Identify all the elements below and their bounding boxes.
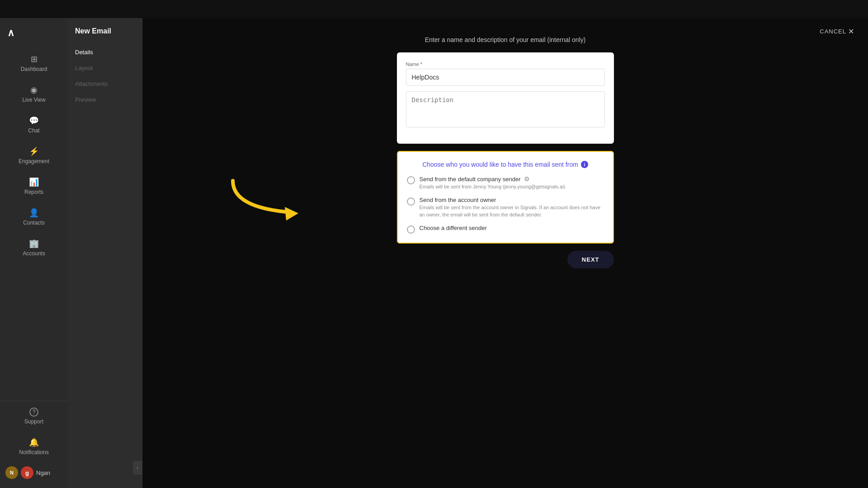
description-group (406, 91, 605, 129)
sender-option-default-content: Send from the default company sender ⚙ E… (420, 175, 566, 190)
name-input[interactable] (406, 69, 605, 86)
form-container: Enter a name and description of your ema… (397, 36, 614, 268)
sidebar-item-reports[interactable]: 📊 Reports (0, 171, 68, 202)
sender-option-account-owner-sublabel: Emails will be sent from the account own… (420, 204, 604, 218)
radio-account-owner[interactable] (407, 197, 415, 206)
reports-icon: 📊 (29, 177, 39, 187)
radio-default[interactable] (407, 176, 415, 184)
sidebar-item-contacts[interactable]: 👤 Contacts (0, 202, 68, 232)
step-attachments[interactable]: Attachments (68, 76, 142, 92)
step-layout[interactable]: Layout (68, 60, 142, 76)
sidebar-bottom: ? Support 🔔 Notifications N g Ngan (0, 401, 68, 483)
info-icon: i (581, 161, 588, 168)
chat-icon: 💬 (29, 116, 39, 126)
gear-icon: ⚙ (524, 175, 530, 183)
dashboard-icon: ⊞ (31, 54, 38, 64)
company-avatar: g (21, 466, 33, 479)
name-group: Name * (406, 61, 605, 86)
support-icon: ? (29, 408, 38, 417)
arrow-annotation (219, 172, 310, 228)
cancel-button[interactable]: CANCEL ✕ (820, 27, 854, 36)
step-preview[interactable]: Preview (68, 92, 142, 108)
user-name: Ngan (36, 469, 50, 476)
sender-option-different-content: Choose a different sender (420, 225, 487, 231)
sidebar-item-accounts[interactable]: 🏢 Accounts (0, 232, 68, 263)
sidebar: ∧ ⊞ Dashboard ◉ Live View 💬 Chat ⚡ Engag… (0, 18, 68, 488)
sidebar-item-chat[interactable]: 💬 Chat (0, 109, 68, 140)
new-email-sidebar: New Email Details Layout Attachments Pre… (68, 18, 142, 488)
sidebar-item-engagement[interactable]: ⚡ Engagement (0, 140, 68, 171)
sender-option-default[interactable]: Send from the default company sender ⚙ E… (407, 175, 604, 190)
sidebar-item-dashboard[interactable]: ⊞ Dashboard (0, 48, 68, 79)
collapse-sidebar-button[interactable]: ‹ (133, 461, 142, 474)
sender-selection-card: Choose who you would like to have this e… (397, 151, 614, 244)
sidebar-item-notifications[interactable]: 🔔 Notifications (0, 431, 68, 462)
sender-option-account-owner-content: Send from the account owner Emails will … (420, 197, 604, 218)
user-profile[interactable]: N g Ngan (0, 462, 68, 483)
sender-option-default-sublabel: Emails will be sent from Jenny Young (je… (420, 183, 566, 190)
sender-card-title: Choose who you would like to have this e… (407, 161, 604, 168)
live-view-icon: ◉ (30, 85, 38, 95)
top-bar (0, 0, 868, 18)
svg-marker-0 (285, 207, 298, 221)
notifications-icon: 🔔 (29, 437, 39, 447)
description-input[interactable] (406, 91, 605, 127)
main-content: CANCEL ✕ Enter a name and description of… (142, 18, 868, 488)
name-label: Name * (406, 61, 605, 67)
contacts-icon: 👤 (29, 208, 39, 218)
sidebar-item-live-view[interactable]: ◉ Live View (0, 79, 68, 109)
accounts-icon: 🏢 (29, 239, 39, 249)
radio-different[interactable] (407, 225, 415, 234)
new-email-title: New Email (68, 18, 142, 44)
sidebar-item-support[interactable]: ? Support (0, 401, 68, 431)
logo: ∧ (0, 23, 68, 48)
sender-option-account-owner[interactable]: Send from the account owner Emails will … (407, 197, 604, 218)
details-card: Name * (397, 52, 614, 144)
close-icon: ✕ (848, 27, 854, 36)
avatar: N (5, 466, 18, 479)
sender-option-different[interactable]: Choose a different sender (407, 225, 604, 234)
form-subtitle: Enter a name and description of your ema… (397, 36, 614, 43)
step-details[interactable]: Details (68, 44, 142, 60)
engagement-icon: ⚡ (29, 146, 39, 156)
next-button[interactable]: NEXT (567, 251, 614, 268)
